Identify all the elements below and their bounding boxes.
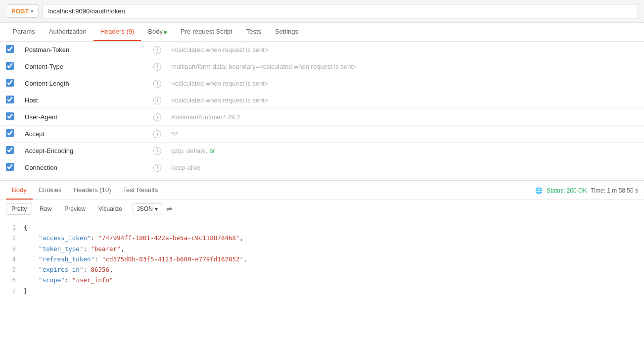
response-tab-headers[interactable]: Headers (10): [68, 181, 117, 200]
info-icon[interactable]: i: [153, 46, 161, 54]
header-value: keep-alive: [166, 159, 545, 176]
json-line-6: 6 "scope": "user_info": [6, 275, 638, 285]
json-line-7: 7 }: [6, 286, 638, 296]
header-checkbox[interactable]: [6, 129, 14, 137]
header-value: multipart/form-data; boundary=<calculate…: [166, 58, 545, 75]
header-checkbox[interactable]: [6, 112, 14, 120]
header-key: Content-Length: [20, 75, 148, 92]
response-tabs-bar: Body Cookies Headers (10) Test Results 🌐…: [0, 181, 644, 200]
table-row: User-Agent i PostmanRuntime/7.29.2: [0, 109, 644, 126]
response-meta: 🌐 Status: 200 OK Time: 1 m 58.50 s: [535, 187, 638, 194]
format-selector[interactable]: JSON ▾: [133, 203, 162, 214]
header-checkbox[interactable]: [6, 96, 14, 103]
table-row-placeholder: Key Value Description: [0, 176, 644, 181]
request-tabs-bar: Params Authorization Headers (9) Body Pr…: [0, 23, 644, 42]
header-value: gzip, deflate, br: [166, 143, 545, 159]
header-description: [545, 159, 644, 176]
header-value: */*: [166, 126, 545, 143]
header-key: Connection: [20, 159, 148, 176]
view-bar: Pretty Raw Preview Visualize JSON ▾ ⇌: [0, 200, 644, 218]
tab-params[interactable]: Params: [6, 23, 42, 41]
method-label: POST: [11, 7, 29, 15]
info-icon[interactable]: i: [153, 147, 161, 155]
header-key: Accept: [20, 126, 148, 143]
response-section: Body Cookies Headers (10) Test Results 🌐…: [0, 180, 644, 300]
json-line-2: 2 "access_token": "747994ff-1801-422a-be…: [6, 233, 638, 243]
tab-body[interactable]: Body: [141, 23, 174, 41]
view-visualize-button[interactable]: Visualize: [93, 203, 128, 215]
tab-authorization[interactable]: Authorization: [42, 23, 93, 41]
json-line-3: 3 "token_type": "bearer",: [6, 244, 638, 254]
value-placeholder[interactable]: Value: [166, 176, 545, 181]
table-row: Accept i */*: [0, 126, 644, 143]
info-icon[interactable]: i: [153, 130, 161, 138]
url-input[interactable]: [43, 4, 638, 18]
table-row: Accept-Encoding i gzip, deflate, br: [0, 143, 644, 159]
method-selector[interactable]: POST ▾: [6, 4, 39, 18]
headers-table: Postman-Token i <calculated when request…: [0, 42, 644, 180]
tab-settings[interactable]: Settings: [268, 23, 305, 41]
header-value: PostmanRuntime/7.29.2: [166, 109, 545, 126]
info-icon[interactable]: i: [153, 97, 161, 104]
header-value: <calculated when request is sent>: [166, 42, 545, 58]
time-info: Time: 1 m 58.50 s: [591, 187, 638, 194]
response-tab-body[interactable]: Body: [6, 181, 33, 200]
header-key: Content-Type: [20, 58, 148, 75]
header-description: [545, 126, 644, 143]
format-label: JSON: [137, 205, 153, 212]
header-checkbox[interactable]: [6, 146, 14, 154]
header-key: User-Agent: [20, 109, 148, 126]
view-raw-button[interactable]: Raw: [34, 203, 57, 215]
wrap-icon[interactable]: ⇌: [166, 205, 172, 213]
header-value: <calculated when request is sent>: [166, 92, 545, 109]
response-tab-test-results[interactable]: Test Results: [117, 181, 164, 200]
header-checkbox[interactable]: [6, 62, 14, 70]
header-key: Host: [20, 92, 148, 109]
table-row: Postman-Token i <calculated when request…: [0, 42, 644, 58]
format-chevron-icon: ▾: [155, 205, 158, 212]
table-row: Content-Length i <calculated when reques…: [0, 75, 644, 92]
header-description: [545, 58, 644, 75]
key-placeholder[interactable]: Key: [20, 176, 148, 181]
globe-icon: 🌐: [535, 187, 543, 194]
header-description: [545, 92, 644, 109]
body-dot: [164, 31, 167, 34]
info-icon[interactable]: i: [153, 80, 161, 88]
info-icon[interactable]: i: [153, 113, 161, 121]
method-chevron-icon: ▾: [31, 8, 33, 14]
header-description: [545, 42, 644, 58]
headers-section: Postman-Token i <calculated when request…: [0, 42, 644, 180]
info-icon[interactable]: i: [153, 63, 161, 71]
response-tab-cookies[interactable]: Cookies: [33, 181, 68, 200]
info-icon[interactable]: i: [153, 164, 161, 172]
header-description: [545, 143, 644, 159]
header-checkbox[interactable]: [6, 45, 14, 53]
status-badge: Status: 200 OK: [547, 187, 587, 194]
view-preview-button[interactable]: Preview: [59, 203, 91, 215]
header-value: <calculated when request is sent>: [166, 75, 545, 92]
tab-headers[interactable]: Headers (9): [93, 23, 141, 41]
table-row: Content-Type i multipart/form-data; boun…: [0, 58, 644, 75]
json-response-body: 1 { 2 "access_token": "747994ff-1801-422…: [0, 218, 644, 300]
tab-pre-request-script[interactable]: Pre-request Script: [174, 23, 239, 41]
json-line-1: 1 {: [6, 222, 638, 233]
header-key: Postman-Token: [20, 42, 148, 58]
url-bar: POST ▾: [0, 0, 644, 23]
header-description: [545, 75, 644, 92]
table-row: Connection i keep-alive: [0, 159, 644, 176]
description-placeholder[interactable]: Description: [545, 176, 644, 181]
view-pretty-button[interactable]: Pretty: [6, 203, 32, 215]
header-checkbox[interactable]: [6, 163, 14, 171]
json-line-5: 5 "expires_in": 86356,: [6, 264, 638, 275]
header-key: Accept-Encoding: [20, 143, 148, 159]
header-description: [545, 109, 644, 126]
json-line-4: 4 "refresh_token": "cd375d0b-03f5-4123-b…: [6, 254, 638, 264]
table-row: Host i <calculated when request is sent>: [0, 92, 644, 109]
header-checkbox[interactable]: [6, 79, 14, 87]
tab-tests[interactable]: Tests: [239, 23, 268, 41]
